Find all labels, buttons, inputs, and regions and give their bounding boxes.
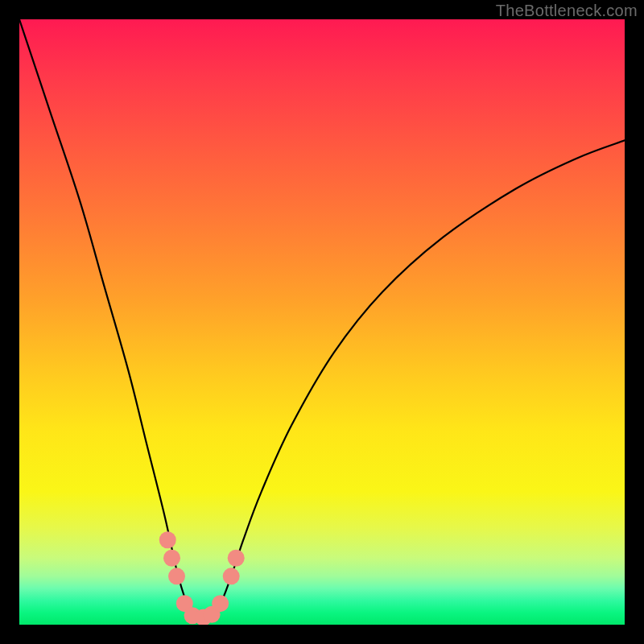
bottleneck-curve bbox=[19, 19, 625, 621]
highlight-dot bbox=[223, 568, 240, 584]
highlight-dot bbox=[163, 550, 180, 567]
highlight-dot bbox=[159, 531, 176, 548]
highlight-dot bbox=[168, 568, 185, 584]
curve-path bbox=[19, 19, 625, 621]
bottleneck-chart-svg bbox=[19, 19, 625, 625]
highlight-dot bbox=[228, 550, 245, 567]
highlight-dot bbox=[212, 595, 229, 612]
highlight-markers bbox=[159, 531, 245, 625]
watermark-text: TheBottleneck.com bbox=[496, 2, 638, 20]
chart-plot-area bbox=[19, 19, 625, 625]
